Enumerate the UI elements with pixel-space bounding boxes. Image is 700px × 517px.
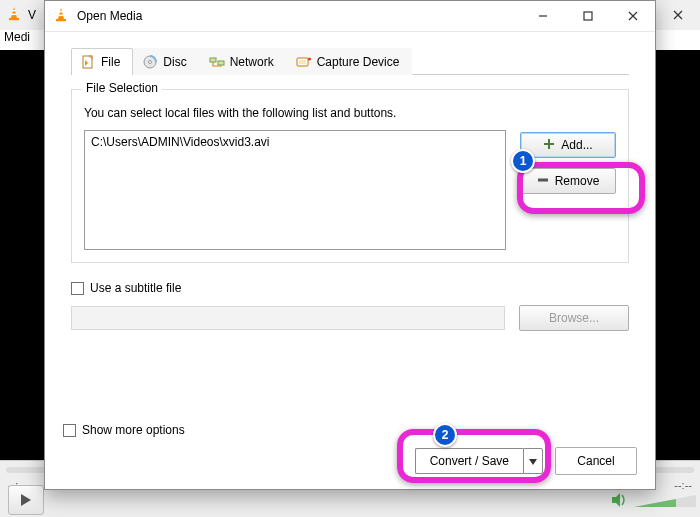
- svg-point-17: [149, 61, 152, 64]
- svg-point-22: [308, 57, 311, 60]
- dialog-minimize-button[interactable]: [520, 1, 565, 31]
- subtitle-checkbox[interactable]: [71, 282, 84, 295]
- main-close-button[interactable]: [655, 0, 700, 30]
- open-media-dialog: Open Media File: [44, 0, 656, 490]
- svg-rect-19: [218, 61, 224, 65]
- file-icon: [80, 54, 96, 70]
- chevron-down-icon: [529, 454, 537, 468]
- tab-network[interactable]: Network: [200, 48, 287, 75]
- remove-button[interactable]: Remove: [520, 168, 616, 194]
- time-total: --:--: [674, 479, 692, 491]
- browse-button-label: Browse...: [549, 311, 599, 325]
- plus-icon: [543, 138, 555, 153]
- subtitle-checkbox-label: Use a subtitle file: [90, 281, 181, 295]
- convert-save-main[interactable]: Convert / Save: [415, 448, 523, 474]
- convert-save-label: Convert / Save: [430, 454, 509, 468]
- svg-marker-0: [11, 7, 17, 18]
- volume-icon[interactable]: [608, 489, 630, 511]
- svg-rect-3: [9, 18, 19, 20]
- disc-icon: [142, 54, 158, 70]
- dialog-close-button[interactable]: [610, 1, 655, 31]
- tab-disc-label: Disc: [163, 55, 186, 69]
- dialog-title: Open Media: [77, 9, 142, 23]
- file-list-item[interactable]: C:\Users\ADMIN\Videos\xvid3.avi: [91, 135, 499, 149]
- convert-save-dropdown[interactable]: [523, 448, 543, 474]
- cancel-button[interactable]: Cancel: [555, 447, 637, 475]
- dialog-footer: Convert / Save Cancel: [415, 447, 637, 475]
- add-button[interactable]: Add...: [520, 132, 616, 158]
- file-selection-group: File Selection You can select local file…: [71, 89, 629, 263]
- tab-disc[interactable]: Disc: [133, 48, 199, 75]
- svg-rect-1: [12, 10, 16, 11]
- menu-media[interactable]: Medi: [4, 30, 30, 44]
- svg-rect-18: [210, 58, 216, 62]
- svg-rect-10: [58, 14, 63, 16]
- cancel-button-label: Cancel: [577, 454, 614, 468]
- svg-rect-11: [56, 19, 66, 21]
- more-options-label: Show more options: [82, 423, 185, 437]
- svg-marker-23: [529, 459, 537, 465]
- subtitle-row: Use a subtitle file: [71, 281, 629, 295]
- add-button-label: Add...: [561, 138, 592, 152]
- file-selection-legend: File Selection: [82, 81, 162, 95]
- tab-file-label: File: [101, 55, 120, 69]
- browse-button: Browse...: [519, 305, 629, 331]
- vlc-cone-icon: [6, 6, 22, 25]
- file-selection-hint: You can select local files with the foll…: [84, 106, 616, 120]
- subtitle-path-field: [71, 306, 505, 330]
- tab-capture-device[interactable]: Capture Device: [287, 48, 413, 75]
- svg-marker-5: [612, 493, 620, 507]
- capture-device-icon: [296, 54, 312, 70]
- svg-marker-4: [21, 494, 31, 506]
- svg-rect-12: [584, 12, 592, 20]
- svg-rect-21: [299, 60, 306, 64]
- annotation-badge-2: 2: [433, 423, 457, 447]
- subtitle-path-row: Browse...: [71, 305, 629, 331]
- tab-file[interactable]: File: [71, 48, 133, 75]
- dialog-titlebar: Open Media: [45, 1, 655, 32]
- svg-rect-9: [59, 11, 63, 12]
- file-list[interactable]: C:\Users\ADMIN\Videos\xvid3.avi: [84, 130, 506, 250]
- play-button[interactable]: [8, 485, 44, 515]
- volume-slider[interactable]: [634, 495, 696, 509]
- remove-button-label: Remove: [555, 174, 600, 188]
- network-icon: [209, 54, 225, 70]
- svg-marker-8: [58, 8, 64, 19]
- minus-icon: [537, 174, 549, 189]
- convert-save-button[interactable]: Convert / Save: [415, 448, 543, 474]
- more-options-row: Show more options: [63, 423, 185, 437]
- vlc-cone-icon: [53, 7, 69, 26]
- main-window-title: V: [28, 8, 36, 22]
- dialog-maximize-button[interactable]: [565, 1, 610, 31]
- more-options-checkbox[interactable]: [63, 424, 76, 437]
- media-source-tabs: File Disc: [71, 46, 629, 75]
- svg-rect-2: [11, 13, 16, 15]
- tab-network-label: Network: [230, 55, 274, 69]
- dialog-body: File Disc: [45, 32, 655, 489]
- tab-capture-label: Capture Device: [317, 55, 400, 69]
